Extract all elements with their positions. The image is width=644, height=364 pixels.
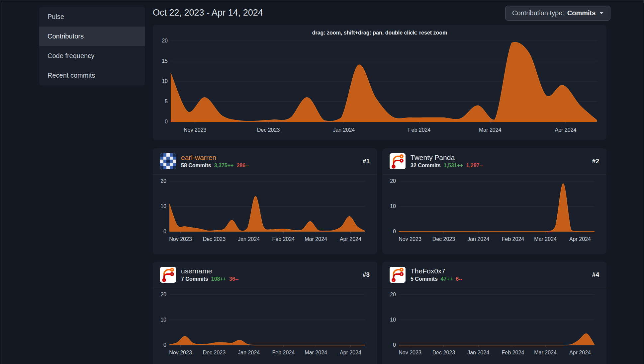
- contribution-type-dropdown[interactable]: Contribution type: Commits: [505, 6, 610, 21]
- contributor-avatar[interactable]: [160, 153, 176, 169]
- svg-text:10: 10: [160, 317, 166, 323]
- contribution-type-value: Commits: [567, 9, 596, 17]
- svg-text:Mar 2024: Mar 2024: [534, 236, 557, 242]
- svg-text:Dec 2023: Dec 2023: [432, 350, 455, 355]
- svg-text:Apr 2024: Apr 2024: [569, 236, 591, 242]
- contributor-stats: 7 Commits 108++ 36--: [181, 276, 239, 282]
- contributor-card: Twenty Panda 32 Commits 1,531++ 1,297-- …: [382, 148, 606, 254]
- svg-text:20: 20: [160, 178, 166, 184]
- svg-text:Mar 2024: Mar 2024: [534, 350, 557, 355]
- contributor-avatar[interactable]: [390, 153, 406, 169]
- svg-text:Dec 2023: Dec 2023: [203, 236, 226, 242]
- sidebar-item-label: Pulse: [47, 13, 64, 21]
- contributor-chart[interactable]: 01020Nov 2023Dec 2023Jan 2024Feb 2024Mar…: [386, 177, 603, 244]
- svg-text:20: 20: [160, 292, 166, 297]
- svg-text:0: 0: [163, 229, 166, 234]
- contributor-card: earl-warren 58 Commits 3,375++ 286-- #1 …: [153, 148, 377, 254]
- svg-text:Dec 2023: Dec 2023: [203, 350, 226, 355]
- contributor-chart[interactable]: 01020Nov 2023Dec 2023Jan 2024Feb 2024Mar…: [386, 291, 603, 357]
- chevron-down-icon: [599, 12, 603, 14]
- svg-text:0: 0: [163, 342, 166, 348]
- sidebar-item-pulse[interactable]: Pulse: [39, 7, 145, 27]
- contributor-stats: 58 Commits 3,375++ 286--: [181, 163, 249, 169]
- chart-zoom-hint: drag: zoom, shift+drag: pan, double clic…: [159, 30, 600, 36]
- contributor-card: TheFox0x7 5 Commits 47++ 6-- #4 01020Nov…: [382, 262, 606, 364]
- svg-text:Dec 2023: Dec 2023: [257, 127, 280, 133]
- sidebar-item-label: Code frequency: [47, 52, 94, 60]
- svg-text:Jan 2024: Jan 2024: [467, 236, 489, 242]
- contributor-info: Twenty Panda 32 Commits 1,531++ 1,297--: [411, 154, 483, 169]
- sidebar: Pulse Contributors Code frequency Recent…: [39, 7, 145, 85]
- svg-text:Feb 2024: Feb 2024: [408, 127, 431, 133]
- svg-text:20: 20: [390, 178, 396, 184]
- contributor-name-link[interactable]: username: [181, 267, 239, 275]
- svg-text:Jan 2024: Jan 2024: [238, 236, 260, 242]
- svg-text:10: 10: [160, 203, 166, 209]
- svg-text:10: 10: [162, 78, 168, 84]
- svg-text:Nov 2023: Nov 2023: [169, 236, 192, 242]
- svg-text:Apr 2024: Apr 2024: [569, 350, 591, 355]
- additions-count: 108++: [211, 276, 226, 282]
- svg-text:Jan 2024: Jan 2024: [467, 350, 489, 355]
- svg-text:Mar 2024: Mar 2024: [305, 350, 327, 355]
- svg-text:Feb 2024: Feb 2024: [272, 350, 295, 355]
- commit-count: 5 Commits: [411, 276, 438, 282]
- contributor-card-header: Twenty Panda 32 Commits 1,531++ 1,297-- …: [382, 148, 606, 175]
- svg-text:5: 5: [165, 99, 168, 104]
- svg-text:Apr 2024: Apr 2024: [340, 350, 361, 355]
- additions-count: 3,375++: [214, 163, 234, 169]
- sidebar-item-code-frequency[interactable]: Code frequency: [39, 46, 145, 66]
- svg-text:15: 15: [162, 58, 168, 64]
- deletions-count: 36--: [229, 276, 238, 282]
- svg-text:Nov 2023: Nov 2023: [169, 350, 192, 355]
- deletions-count: 286--: [236, 163, 249, 169]
- contributor-card-header: TheFox0x7 5 Commits 47++ 6-- #4: [382, 262, 606, 288]
- contributor-name-link[interactable]: Twenty Panda: [411, 154, 483, 161]
- svg-text:Apr 2024: Apr 2024: [340, 236, 361, 242]
- svg-text:Jan 2024: Jan 2024: [333, 127, 355, 133]
- sidebar-item-recent-commits[interactable]: Recent commits: [39, 66, 145, 85]
- additions-count: 1,531++: [444, 163, 463, 169]
- overall-contributions-panel: drag: zoom, shift+drag: pan, double clic…: [153, 25, 606, 140]
- commit-count: 32 Commits: [411, 163, 441, 169]
- svg-text:Nov 2023: Nov 2023: [399, 236, 421, 242]
- svg-text:0: 0: [393, 229, 396, 234]
- commit-count: 58 Commits: [181, 163, 211, 169]
- svg-text:Feb 2024: Feb 2024: [502, 236, 524, 242]
- svg-text:10: 10: [390, 203, 396, 209]
- contributor-info: username 7 Commits 108++ 36--: [181, 267, 239, 282]
- date-range-heading: Oct 22, 2023 - Apr 14, 2024: [153, 8, 263, 18]
- contributor-avatar[interactable]: [390, 267, 406, 283]
- svg-text:0: 0: [165, 119, 168, 124]
- contributor-name-link[interactable]: TheFox0x7: [411, 267, 462, 275]
- sidebar-item-contributors[interactable]: Contributors: [39, 27, 145, 46]
- contributor-card: username 7 Commits 108++ 36-- #3 01020No…: [153, 262, 377, 364]
- additions-count: 47++: [441, 276, 453, 282]
- svg-text:20: 20: [390, 292, 396, 297]
- sidebar-item-label: Recent commits: [47, 72, 95, 79]
- svg-text:Mar 2024: Mar 2024: [479, 127, 502, 133]
- contributor-avatar[interactable]: [160, 267, 176, 283]
- contributor-chart[interactable]: 01020Nov 2023Dec 2023Jan 2024Feb 2024Mar…: [156, 177, 374, 244]
- svg-text:10: 10: [390, 317, 396, 323]
- commit-count: 7 Commits: [181, 276, 208, 282]
- svg-text:Nov 2023: Nov 2023: [399, 350, 421, 355]
- contributor-rank: #4: [592, 271, 599, 278]
- svg-text:Nov 2023: Nov 2023: [184, 127, 207, 133]
- svg-text:Mar 2024: Mar 2024: [305, 236, 327, 242]
- svg-text:20: 20: [162, 38, 168, 43]
- sidebar-item-label: Contributors: [47, 33, 84, 40]
- contributor-name-link[interactable]: earl-warren: [181, 154, 249, 161]
- deletions-count: 1,297--: [466, 163, 483, 169]
- svg-text:0: 0: [393, 342, 396, 348]
- contributor-rank: #2: [592, 158, 599, 165]
- svg-text:Jan 2024: Jan 2024: [238, 350, 260, 355]
- svg-text:Feb 2024: Feb 2024: [272, 236, 295, 242]
- deletions-count: 6--: [456, 276, 462, 282]
- overall-contributions-chart[interactable]: 05101520Nov 2023Dec 2023Jan 2024Feb 2024…: [159, 36, 600, 134]
- contributor-stats: 32 Commits 1,531++ 1,297--: [411, 163, 483, 169]
- svg-text:Dec 2023: Dec 2023: [432, 236, 455, 242]
- contributor-chart[interactable]: 01020Nov 2023Dec 2023Jan 2024Feb 2024Mar…: [156, 291, 374, 357]
- svg-text:Apr 2024: Apr 2024: [555, 127, 577, 133]
- svg-text:Feb 2024: Feb 2024: [502, 350, 524, 355]
